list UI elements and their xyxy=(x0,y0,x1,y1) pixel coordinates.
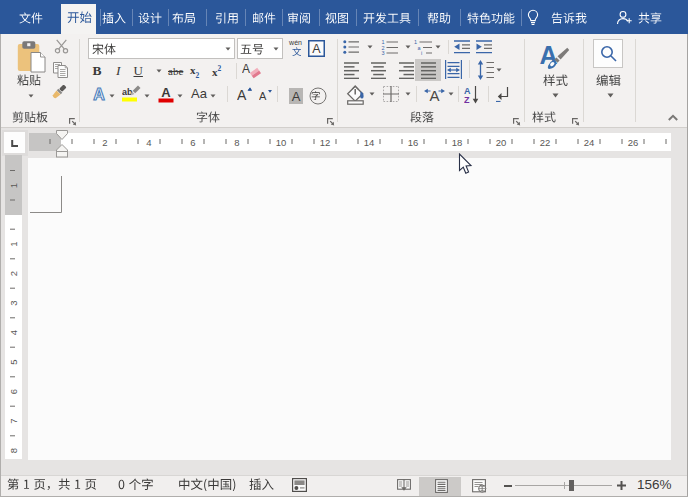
svg-text:2: 2 xyxy=(8,271,19,276)
svg-text:6: 6 xyxy=(190,137,195,148)
svg-text:22: 22 xyxy=(540,137,551,148)
svg-text:7: 7 xyxy=(8,418,19,423)
svg-text:3: 3 xyxy=(8,300,19,305)
svg-text:2: 2 xyxy=(102,137,107,148)
svg-text:8: 8 xyxy=(8,448,19,453)
svg-text:18: 18 xyxy=(452,137,463,148)
svg-text:5: 5 xyxy=(8,359,19,364)
svg-text:4: 4 xyxy=(146,137,151,148)
svg-text:6: 6 xyxy=(8,389,19,394)
svg-text:24: 24 xyxy=(584,137,595,148)
svg-text:1: 1 xyxy=(8,183,19,188)
svg-text:10: 10 xyxy=(276,137,287,148)
svg-text:8: 8 xyxy=(234,137,239,148)
svg-text:4: 4 xyxy=(8,330,19,335)
svg-text:26: 26 xyxy=(628,137,639,148)
svg-text:16: 16 xyxy=(408,137,419,148)
svg-text:12: 12 xyxy=(320,137,331,148)
svg-text:1: 1 xyxy=(8,241,19,246)
svg-text:14: 14 xyxy=(364,137,375,148)
svg-text:20: 20 xyxy=(496,137,507,148)
